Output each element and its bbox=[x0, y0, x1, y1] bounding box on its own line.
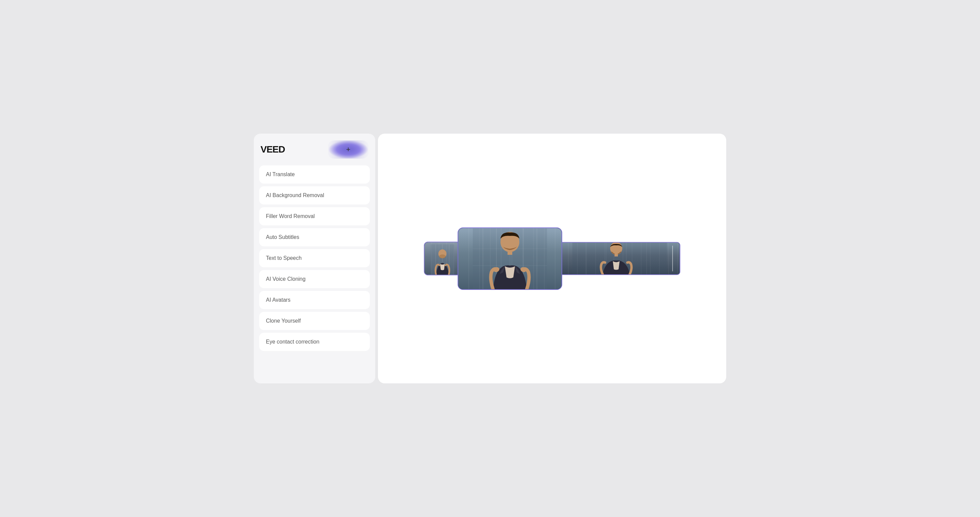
video-thumb-main[interactable] bbox=[458, 227, 562, 290]
video-scene bbox=[378, 134, 726, 383]
sidebar-item-ai-background-removal[interactable]: AI Background Removal bbox=[259, 186, 370, 205]
svg-rect-24 bbox=[614, 254, 618, 256]
video-thumb-wide-right[interactable] bbox=[559, 242, 680, 275]
sidebar-item-text-to-speech[interactable]: Text to Speech bbox=[259, 249, 370, 267]
video-thumb-small-left[interactable] bbox=[424, 242, 461, 275]
new-button[interactable]: + bbox=[328, 140, 369, 159]
sidebar-item-ai-translate[interactable]: AI Translate bbox=[259, 165, 370, 184]
video-cluster bbox=[424, 227, 680, 290]
sidebar-item-clone-yourself[interactable]: Clone Yourself bbox=[259, 312, 370, 330]
logo: VEED bbox=[261, 144, 285, 155]
person-svg-main bbox=[473, 229, 547, 289]
sidebar-header: VEED + bbox=[259, 140, 370, 159]
thumb-inner-main bbox=[458, 228, 562, 289]
thumb-inner-left bbox=[425, 242, 460, 275]
sidebar: VEED + AI Translate AI Background Remova… bbox=[254, 134, 375, 383]
sidebar-item-ai-avatars[interactable]: AI Avatars bbox=[259, 291, 370, 309]
svg-rect-15 bbox=[508, 251, 512, 255]
divider-line bbox=[672, 246, 673, 271]
thumb-inner-right bbox=[560, 243, 680, 274]
sidebar-item-auto-subtitles[interactable]: Auto Subtitles bbox=[259, 228, 370, 247]
app-container: VEED + AI Translate AI Background Remova… bbox=[254, 134, 726, 383]
sidebar-item-eye-contact-correction[interactable]: Eye contact correction bbox=[259, 333, 370, 351]
person-svg-left bbox=[431, 244, 454, 275]
sidebar-item-ai-voice-cloning[interactable]: AI Voice Cloning bbox=[259, 270, 370, 288]
svg-point-5 bbox=[439, 255, 446, 259]
sidebar-item-filler-word-removal[interactable]: Filler Word Removal bbox=[259, 207, 370, 226]
plus-icon: + bbox=[346, 145, 351, 154]
main-content bbox=[378, 134, 726, 383]
person-svg-right bbox=[572, 243, 667, 274]
